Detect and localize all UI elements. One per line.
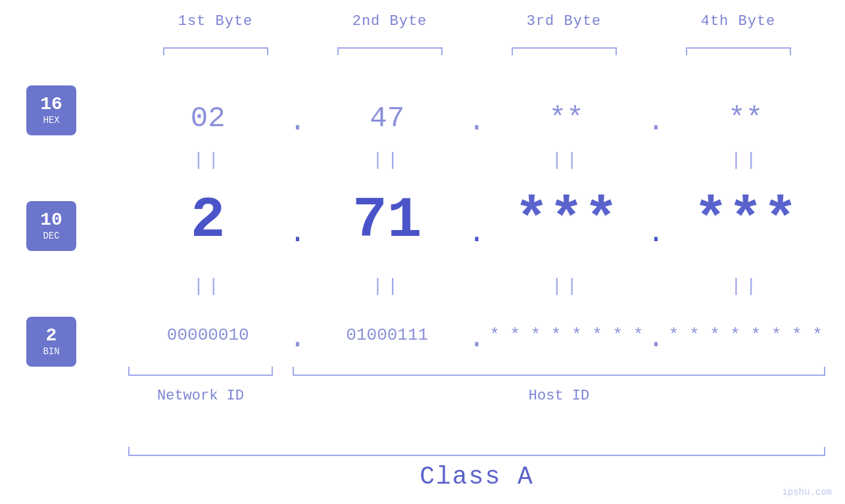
equals-sep-1 (288, 150, 308, 170)
bracket-byte1 (128, 47, 302, 55)
class-bar: Class A (128, 447, 825, 491)
bin-badge: 2 BIN (26, 317, 76, 367)
bin-value-1: 00000010 (167, 325, 249, 345)
bin-badge-number: 2 (46, 327, 57, 345)
equals-1-2: || (308, 150, 468, 170)
hex-value-3: ** (549, 102, 584, 135)
equals-2-3: || (487, 276, 646, 296)
main-grid: 02 . 47 . ** . ** || || || || (128, 66, 825, 451)
host-bracket (293, 367, 825, 376)
bin-dot-1: . (288, 322, 308, 355)
hex-dot-1: . (288, 105, 308, 138)
bracket-line-1 (163, 47, 268, 55)
byte3-header: 3rd Byte (477, 13, 651, 30)
top-bracket-row (128, 47, 825, 55)
bin-value-4: * * * * * * * * (669, 325, 823, 345)
equals-1-3: || (487, 150, 646, 170)
equals-2-2: || (308, 276, 468, 296)
byte4-header: 4th Byte (651, 13, 825, 30)
bracket-line-3 (512, 47, 617, 55)
bottom-bracket-row (128, 367, 825, 376)
bin-row: 00000010 . 01000111 . * * * * * * * * . … (128, 315, 825, 355)
dec-dot-3: . (646, 217, 666, 250)
hex-badge-label: HEX (43, 115, 59, 126)
dec-byte2: 71 (308, 188, 468, 253)
dec-byte3: *** (487, 188, 646, 253)
equals-row-1: || || || || (128, 150, 825, 170)
byte-headers: 1st Byte 2nd Byte 3rd Byte 4th Byte (128, 13, 825, 30)
bin-byte3: * * * * * * * * (487, 325, 646, 345)
hex-value-4: ** (728, 102, 763, 135)
bin-value-3: * * * * * * * * (489, 325, 643, 345)
class-label: Class A (128, 463, 825, 491)
dec-dot-1: . (288, 217, 308, 250)
hex-dot-2: . (467, 105, 487, 138)
bin-byte2: 01000111 (308, 325, 468, 345)
bin-badge-label: BIN (43, 346, 59, 357)
hex-value-1: 02 (191, 102, 226, 135)
equals-sep-4 (288, 276, 308, 296)
bracket-line-2 (337, 47, 443, 55)
hex-row: 02 . 47 . ** . ** (128, 99, 825, 138)
bin-byte4: * * * * * * * * (666, 325, 826, 345)
class-bar-line (128, 447, 825, 456)
equals-2-4: || (666, 276, 826, 296)
watermark: ipshu.com (782, 487, 832, 497)
host-id-label: Host ID (293, 388, 825, 404)
dec-value-4: *** (694, 188, 798, 253)
main-container: 1st Byte 2nd Byte 3rd Byte 4th Byte 16 H… (0, 0, 845, 504)
byte2-header: 2nd Byte (302, 13, 477, 30)
bin-dot-3: . (646, 322, 666, 355)
bracket-byte4 (651, 47, 825, 55)
hex-badge-number: 16 (40, 95, 62, 114)
equals-2-1: || (128, 276, 288, 296)
dec-byte4: *** (666, 188, 826, 253)
equals-1-4: || (666, 150, 826, 170)
byte1-header: 1st Byte (128, 13, 302, 30)
bracket-line-4 (686, 47, 791, 55)
dec-dot-2: . (467, 217, 487, 250)
bin-byte1: 00000010 (128, 325, 288, 345)
dec-byte1: 2 (128, 188, 288, 253)
dec-badge: 10 DEC (26, 201, 76, 251)
dec-badge-label: DEC (43, 231, 59, 241)
id-label-row: Network ID Host ID (128, 388, 825, 404)
dec-value-1: 2 (191, 188, 226, 253)
bracket-byte2 (302, 47, 477, 55)
bin-value-2: 01000111 (346, 325, 428, 345)
hex-byte4: ** (666, 102, 826, 135)
hex-byte1: 02 (128, 102, 288, 135)
hex-byte3: ** (487, 102, 646, 135)
dec-badge-number: 10 (40, 211, 62, 229)
equals-1-1: || (128, 150, 288, 170)
network-bracket (128, 367, 273, 376)
hex-value-2: 47 (370, 102, 404, 135)
equals-row-2: || || || || (128, 276, 825, 296)
badges-column: 16 HEX 10 DEC 2 BIN (26, 85, 76, 367)
hex-byte2: 47 (308, 102, 468, 135)
equals-sep-5 (467, 276, 487, 296)
dec-value-2: 71 (352, 188, 422, 253)
network-id-label: Network ID (128, 388, 273, 404)
equals-sep-3 (646, 150, 666, 170)
equals-sep-2 (467, 150, 487, 170)
equals-sep-6 (646, 276, 666, 296)
dec-value-3: *** (514, 188, 618, 253)
hex-badge: 16 HEX (26, 85, 76, 135)
bracket-byte3 (477, 47, 651, 55)
dec-row: 2 . 71 . *** . *** (128, 194, 825, 246)
bin-dot-2: . (467, 322, 487, 355)
hex-dot-3: . (646, 105, 666, 138)
